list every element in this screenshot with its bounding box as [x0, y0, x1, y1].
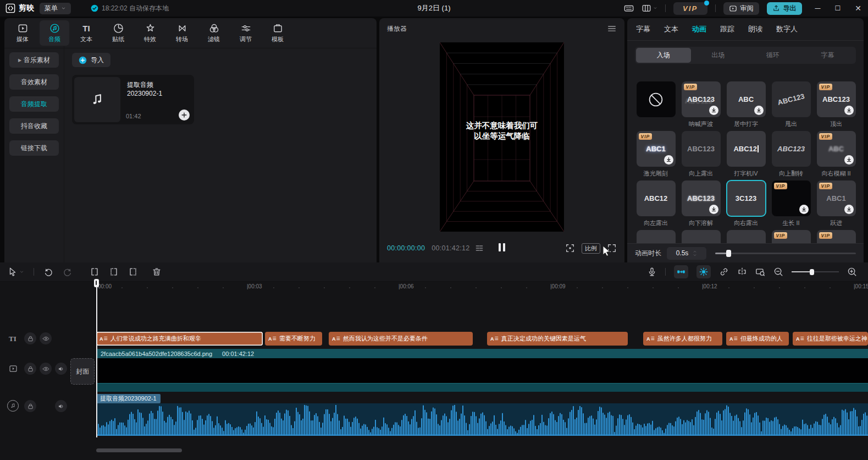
ratio-button[interactable]: 比例 [582, 243, 600, 254]
close-button[interactable]: ✕ [855, 4, 861, 13]
review-button[interactable]: 审阅 [723, 2, 759, 15]
video-track-lock-button[interactable] [24, 363, 36, 375]
subtitle-clip[interactable]: A☰人们常说成功之路充满曲折和艰辛 [96, 332, 263, 346]
animation-item-向左露出[interactable]: ABC12向左露出 [634, 180, 678, 227]
split-right-button[interactable] [128, 267, 138, 277]
media-tab-text[interactable]: TI文本 [71, 20, 101, 46]
anim-subtab-入场[interactable]: 入场 [636, 48, 691, 63]
anim-subtab-字幕[interactable]: 字幕 [800, 48, 855, 63]
layout-switch-button[interactable] [642, 3, 657, 13]
frame-view-icon[interactable] [475, 244, 484, 253]
sidebar-item[interactable]: ▶音乐素材 [9, 52, 59, 68]
duration-stepper[interactable] [693, 250, 697, 257]
animation-item-打字机IV[interactable]: ABC12打字机IV [724, 131, 768, 178]
video-track-mute-button[interactable] [55, 363, 67, 375]
media-tab-filter[interactable]: 滤镜 [199, 20, 229, 46]
animation-item-甩出[interactable]: ABC123甩出 [769, 81, 813, 128]
cover-button[interactable]: 封面 [70, 358, 95, 385]
subtitle-clip[interactable]: A☰真正决定成功的关键因素是运气 [487, 332, 628, 346]
animation-item[interactable] [634, 81, 678, 117]
player-menu-icon[interactable] [607, 24, 617, 34]
sidebar-item[interactable]: 音效素材 [9, 74, 59, 90]
link-toggle[interactable] [719, 267, 729, 277]
slider-knob[interactable] [726, 250, 731, 257]
add-to-timeline-button[interactable] [179, 109, 190, 121]
animation-item[interactable] [679, 230, 723, 244]
subtitle-clip[interactable]: A☰但最终成功的人 [726, 332, 789, 346]
animation-item-向右模糊 II[interactable]: ABCVIP向右模糊 II [814, 131, 858, 178]
media-tab-adjust[interactable]: 调节 [231, 20, 261, 46]
menu-button[interactable]: 菜单 [40, 3, 71, 14]
download-button[interactable] [709, 106, 718, 115]
animation-item-向上露出[interactable]: ABC123向上露出 [679, 131, 723, 178]
timeline-preview-button[interactable] [755, 267, 765, 277]
split-button[interactable] [90, 267, 99, 277]
import-button[interactable]: 导入 [72, 53, 110, 67]
maximize-button[interactable]: ☐ [835, 4, 841, 12]
download-button[interactable] [754, 106, 764, 115]
download-button[interactable] [709, 205, 718, 214]
download-button[interactable] [844, 155, 854, 165]
audio-asset-card[interactable]: 提取音频 20230902-1 01:42 [72, 75, 194, 124]
shortcuts-icon[interactable] [624, 3, 634, 13]
sidebar-item[interactable]: 抖音收藏 [9, 118, 59, 134]
video-preview[interactable]: 这并不意味着我们可 以坐等运气降临 [440, 42, 564, 232]
video-track-visibility-button[interactable] [40, 363, 52, 375]
media-tab-media[interactable]: 媒体 [8, 20, 37, 46]
inspector-tab-跟踪[interactable]: 跟踪 [720, 24, 734, 34]
download-button[interactable] [844, 205, 854, 214]
animation-item-激光雕刻[interactable]: ABC1VIP激光雕刻 [634, 131, 678, 178]
magnetic-snap-toggle[interactable] [674, 265, 688, 278]
split-left-button[interactable] [109, 267, 119, 277]
anim-subtab-循环[interactable]: 循环 [745, 48, 800, 63]
sidebar-item[interactable]: 链接下载 [9, 140, 59, 156]
media-tab-template[interactable]: 模板 [263, 20, 292, 46]
time-ruler[interactable]: 00:00|00:03|00:06|00:09|00:12|00:15 [0, 281, 868, 292]
animation-item-呐喊声波[interactable]: ABC123VIP呐喊声波 [679, 81, 723, 128]
inspector-tab-数字人[interactable]: 数字人 [776, 24, 798, 34]
animation-item-生长 II[interactable]: VIP生长 II [769, 180, 813, 227]
sidebar-item[interactable]: 音频提取 [9, 96, 59, 112]
inspector-tab-朗读[interactable]: 朗读 [748, 24, 762, 34]
text-track-lock-button[interactable] [24, 332, 36, 344]
inspector-tab-字幕[interactable]: 字幕 [636, 24, 650, 34]
subtitle-clip[interactable]: A☰往往是那些被幸运之神 [793, 332, 868, 346]
animation-item-跃进[interactable]: ABC1VIP跃进 [814, 180, 858, 227]
download-button[interactable] [799, 205, 809, 214]
video-clip[interactable]: 2fcaacb5a061b4a502dfe1208635c6d.png 00:0… [96, 349, 868, 391]
media-tab-audio[interactable]: 音频 [40, 20, 69, 46]
preview-axis-toggle[interactable] [737, 267, 747, 277]
inspector-tab-动画[interactable]: 动画 [692, 24, 706, 34]
audio-track-mute-button[interactable] [55, 400, 67, 412]
subtitle-clip[interactable]: A☰然而我认为这些并不是必要条件 [329, 332, 473, 346]
pause-button[interactable] [499, 243, 505, 253]
undo-button[interactable] [43, 267, 53, 277]
record-voiceover-button[interactable] [647, 267, 657, 277]
minimize-button[interactable]: ─ [815, 4, 821, 13]
download-button[interactable] [664, 155, 673, 165]
animation-item-顶出[interactable]: ABC123VIP顶出 [814, 81, 858, 128]
duration-slider[interactable] [715, 249, 856, 257]
subtitle-clip[interactable]: A☰虽然许多人都很努力 [643, 332, 722, 346]
subtitle-clip[interactable]: A☰需要不断努力 [265, 332, 322, 346]
text-track-visibility-button[interactable] [40, 332, 52, 344]
animation-item-向下溶解[interactable]: ABC123向下溶解 [679, 180, 723, 227]
timeline-scrollbar[interactable] [96, 448, 182, 452]
media-tab-sticker[interactable]: 贴纸 [103, 20, 133, 46]
animation-item-向上翻转[interactable]: ABC123向上翻转 [769, 131, 813, 178]
audio-track-lock-button[interactable] [24, 400, 36, 412]
preview-quality-icon[interactable] [565, 243, 575, 253]
animation-item[interactable]: VIP [814, 230, 858, 244]
animation-item-向右露出[interactable]: 3C123向右露出 [724, 180, 768, 227]
zoom-out-button[interactable] [773, 267, 783, 277]
delete-button[interactable] [152, 267, 162, 277]
animation-item[interactable] [634, 230, 678, 244]
animation-item[interactable] [724, 230, 768, 244]
select-tool-button[interactable] [8, 267, 24, 277]
redo-button[interactable] [63, 267, 73, 277]
timeline-zoom-slider[interactable] [792, 268, 839, 276]
export-button[interactable]: 导出 [767, 2, 802, 15]
animation-item[interactable]: VIP [769, 230, 813, 244]
anim-subtab-出场[interactable]: 出场 [691, 48, 746, 63]
zoom-in-button[interactable] [847, 267, 857, 277]
